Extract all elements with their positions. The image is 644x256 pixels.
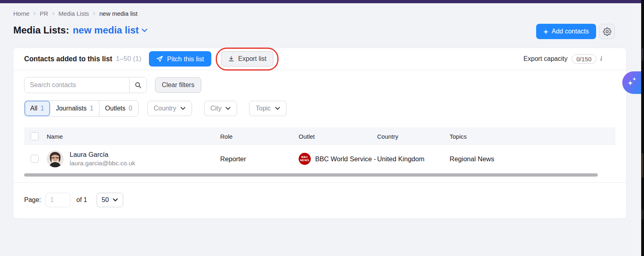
segment-outlets-label: Outlets <box>105 105 126 112</box>
segment-outlets-count: 0 <box>129 105 132 112</box>
contact-role: Reporter <box>220 155 299 163</box>
avatar <box>47 150 64 167</box>
segment-all[interactable]: All 1 <box>25 101 50 116</box>
column-header-role[interactable]: Role <box>220 133 299 140</box>
ai-assistant-button[interactable] <box>622 71 641 94</box>
chevron-down-icon <box>275 107 280 110</box>
pitch-list-label: Pitch this list <box>167 55 204 63</box>
country-filter-dropdown[interactable]: Country <box>147 101 192 116</box>
segment-journalists[interactable]: Journalists 1 <box>50 101 99 116</box>
segment-journalists-label: Journalists <box>56 105 87 112</box>
page-title-prefix: Media Lists: <box>13 25 69 36</box>
info-icon[interactable]: i <box>601 55 602 62</box>
panel-body: Clear filters All 1 Journalists 1 Outlet… <box>13 77 626 207</box>
column-header-country[interactable]: Country <box>377 133 450 140</box>
per-page-select[interactable]: 50 <box>97 193 124 207</box>
clear-filters-button[interactable]: Clear filters <box>155 77 201 93</box>
app-top-accent-bar <box>0 0 641 3</box>
breadcrumb-home[interactable]: Home <box>13 10 29 17</box>
breadcrumb-media-lists[interactable]: Media Lists <box>58 10 89 17</box>
city-filter-dropdown[interactable]: City <box>204 101 237 116</box>
chevron-right-icon: › <box>93 10 95 17</box>
page-title: Media Lists: new media list <box>13 25 147 36</box>
contact-name[interactable]: Laura García <box>70 150 135 159</box>
filter-row: All 1 Journalists 1 Outlets 0 Country Ci… <box>24 100 615 117</box>
country-filter-label: Country <box>154 105 176 112</box>
contact-outlet[interactable]: BBC World Service - ... <box>315 155 377 163</box>
horizontal-scrollbar[interactable] <box>24 173 598 177</box>
sparkles-icon <box>626 76 638 89</box>
list-name-label: new media list <box>73 25 139 36</box>
export-capacity: Export capacity 0/150 i <box>524 54 602 64</box>
segment-all-count: 1 <box>41 105 44 112</box>
search-box <box>24 77 147 93</box>
export-capacity-label: Export capacity <box>524 55 568 62</box>
type-segmented-control: All 1 Journalists 1 Outlets 0 <box>24 100 138 117</box>
chevron-right-icon: › <box>33 10 36 17</box>
topic-filter-dropdown[interactable]: Topic <box>249 101 286 116</box>
search-input[interactable] <box>25 77 129 93</box>
contacts-range: 1–50 (1) <box>116 55 141 63</box>
contact-email[interactable]: laura.garcia@bbc.co.uk <box>70 159 135 168</box>
paper-plane-icon <box>156 55 163 62</box>
list-name-dropdown[interactable]: new media list <box>73 25 147 36</box>
page-number-input[interactable] <box>45 193 70 207</box>
page-label: Page: <box>24 196 41 204</box>
panel-title: Contacts added to this list <box>24 55 112 63</box>
gear-icon <box>603 27 611 36</box>
pagination: Page: of 1 50 <box>24 193 615 207</box>
topic-filter-label: Topic <box>256 105 270 112</box>
chevron-right-icon: › <box>52 10 55 17</box>
export-list-button[interactable]: Export list <box>221 51 273 67</box>
contact-name-cell: Laura García laura.garcia@bbc.co.uk <box>47 150 220 167</box>
header-actions: + Add contacts <box>536 24 615 39</box>
table-header: Name Role Outlet Country Topics <box>24 127 615 145</box>
clear-filters-label: Clear filters <box>162 81 194 89</box>
settings-button[interactable] <box>599 24 615 39</box>
select-all-checkbox[interactable] <box>31 132 39 140</box>
breadcrumb-pr[interactable]: PR <box>40 10 48 17</box>
table-divider <box>13 182 626 183</box>
chevron-down-icon <box>113 198 118 202</box>
contacts-panel: Contacts added to this list 1–50 (1) Pit… <box>13 48 627 219</box>
outlet-logo: BBC NEWS <box>299 153 311 165</box>
search-submit-button[interactable] <box>129 77 147 93</box>
download-icon <box>228 56 235 62</box>
segment-outlets[interactable]: Outlets 0 <box>99 101 138 116</box>
search-icon <box>134 81 142 89</box>
row-checkbox[interactable] <box>31 155 39 163</box>
contact-topics: Regional News <box>450 155 615 163</box>
background-window-sliver <box>641 0 644 256</box>
search-row: Clear filters <box>24 77 615 93</box>
city-filter-label: City <box>211 105 222 112</box>
column-header-name[interactable]: Name <box>47 133 220 140</box>
per-page-value: 50 <box>102 196 109 204</box>
breadcrumb-current: new media list <box>99 10 138 17</box>
breadcrumb: Home › PR › Media Lists › new media list <box>13 10 138 17</box>
column-header-outlet[interactable]: Outlet <box>299 133 377 140</box>
contact-outlet-cell: BBC NEWS BBC World Service - ... <box>299 153 377 165</box>
add-contacts-button[interactable]: + Add contacts <box>536 24 596 39</box>
export-capacity-badge: 0/150 <box>572 54 597 64</box>
export-list-label: Export list <box>238 55 266 62</box>
chevron-down-icon <box>142 29 147 32</box>
chevron-down-icon <box>225 107 231 110</box>
chevron-down-icon <box>180 107 186 110</box>
table-row[interactable]: Laura García laura.garcia@bbc.co.uk Repo… <box>24 145 615 173</box>
add-contacts-label: Add contacts <box>552 28 589 35</box>
contact-country: United Kingdom <box>377 155 450 163</box>
column-header-topics[interactable]: Topics <box>450 133 615 140</box>
panel-header: Contacts added to this list 1–50 (1) Pit… <box>13 48 626 70</box>
plus-icon: + <box>543 28 548 35</box>
segment-journalists-count: 1 <box>90 105 93 112</box>
segment-all-label: All <box>30 105 37 112</box>
page-total: of 1 <box>76 196 87 204</box>
pitch-list-button[interactable]: Pitch this list <box>149 51 211 67</box>
